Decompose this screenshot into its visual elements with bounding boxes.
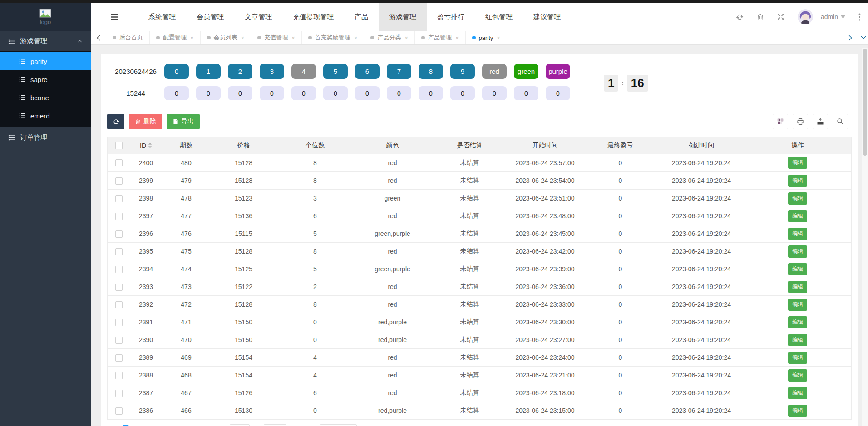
main-menu-item[interactable]: 游戏管理 bbox=[379, 3, 427, 31]
main-menu-item[interactable]: 红包管理 bbox=[475, 3, 523, 31]
column-header[interactable]: 是否结算 bbox=[432, 137, 508, 154]
count-button[interactable]: 0 bbox=[196, 86, 221, 100]
tab-close-icon[interactable]: × bbox=[190, 34, 194, 41]
number-button[interactable]: purple bbox=[546, 64, 570, 79]
row-checkbox[interactable] bbox=[115, 301, 123, 308]
sort-icon[interactable] bbox=[148, 142, 152, 148]
avatar[interactable] bbox=[798, 9, 813, 24]
number-button[interactable]: 3 bbox=[260, 64, 284, 79]
row-checkbox[interactable] bbox=[115, 390, 123, 397]
number-button[interactable]: 8 bbox=[419, 64, 443, 79]
tab[interactable]: parity × bbox=[466, 31, 507, 44]
tab[interactable]: 配置管理 × bbox=[150, 31, 201, 44]
edit-button[interactable]: 编辑 bbox=[788, 405, 807, 417]
count-button[interactable]: 0 bbox=[450, 86, 475, 100]
number-button[interactable]: green bbox=[514, 64, 538, 79]
tab[interactable]: 会员列表 × bbox=[201, 31, 252, 44]
column-header[interactable]: 颜色 bbox=[354, 137, 432, 154]
column-header[interactable]: 创建时间 bbox=[659, 137, 745, 154]
column-header[interactable]: 个位数 bbox=[277, 137, 354, 154]
row-checkbox[interactable] bbox=[115, 159, 123, 166]
columns-filter-button[interactable] bbox=[773, 114, 788, 129]
main-menu-item[interactable]: 产品 bbox=[344, 3, 379, 31]
edit-button[interactable]: 编辑 bbox=[788, 387, 807, 399]
column-header[interactable]: 开始时间 bbox=[508, 137, 582, 154]
row-checkbox[interactable] bbox=[115, 248, 123, 255]
select-all-checkbox[interactable] bbox=[115, 142, 123, 149]
tab[interactable]: 后台首页 bbox=[106, 31, 150, 44]
row-checkbox[interactable] bbox=[115, 177, 123, 185]
row-checkbox[interactable] bbox=[115, 195, 123, 202]
count-button[interactable]: 0 bbox=[291, 86, 316, 100]
row-checkbox[interactable] bbox=[115, 337, 123, 344]
main-menu-item[interactable]: 建议管理 bbox=[523, 3, 571, 31]
column-header[interactable]: 操作 bbox=[745, 137, 852, 154]
number-button[interactable]: 6 bbox=[355, 64, 380, 79]
refresh-icon[interactable] bbox=[736, 13, 744, 21]
edit-button[interactable]: 编辑 bbox=[788, 352, 807, 364]
sidebar-submenu-item[interactable]: sapre bbox=[0, 70, 91, 88]
number-button[interactable]: red bbox=[482, 64, 507, 79]
search-icon[interactable] bbox=[833, 114, 848, 129]
count-button[interactable]: 0 bbox=[164, 86, 189, 100]
count-button[interactable]: 0 bbox=[260, 86, 284, 100]
row-checkbox[interactable] bbox=[115, 284, 123, 291]
scrollbar-thumb[interactable] bbox=[863, 49, 867, 156]
number-button[interactable]: 2 bbox=[228, 64, 252, 79]
edit-button[interactable]: 编辑 bbox=[788, 316, 807, 328]
column-header[interactable]: 最终盈亏 bbox=[582, 137, 659, 154]
number-button[interactable]: 1 bbox=[196, 64, 221, 79]
refresh-button[interactable] bbox=[107, 114, 124, 129]
main-menu-item[interactable]: 盈亏排行 bbox=[427, 3, 475, 31]
menu-collapse-icon[interactable] bbox=[110, 3, 119, 31]
edit-button[interactable]: 编辑 bbox=[788, 245, 807, 258]
per-page-select[interactable]: 15 条/页 bbox=[320, 424, 357, 426]
goto-confirm-button[interactable]: 确定 bbox=[264, 424, 286, 426]
count-button[interactable]: 0 bbox=[323, 86, 348, 100]
edit-button[interactable]: 编辑 bbox=[788, 334, 807, 346]
row-checkbox[interactable] bbox=[115, 230, 123, 238]
sidebar-section-order[interactable]: 订单管理 bbox=[0, 127, 91, 148]
main-menu-item[interactable]: 文章管理 bbox=[234, 3, 282, 31]
sidebar-submenu-item[interactable]: bcone bbox=[0, 88, 91, 107]
vertical-scrollbar[interactable] bbox=[862, 48, 868, 426]
number-button[interactable]: 4 bbox=[291, 64, 316, 79]
tabs-scroll-left-button[interactable] bbox=[91, 31, 106, 44]
tab-close-icon[interactable]: × bbox=[455, 34, 459, 41]
edit-button[interactable]: 编辑 bbox=[788, 369, 807, 382]
sidebar-submenu-item[interactable]: emerd bbox=[0, 107, 91, 125]
row-checkbox[interactable] bbox=[115, 354, 123, 362]
number-button[interactable]: 0 bbox=[164, 64, 189, 79]
delete-button[interactable]: 删除 bbox=[129, 114, 162, 129]
tab-close-icon[interactable]: × bbox=[354, 34, 358, 41]
main-menu-item[interactable]: 系统管理 bbox=[138, 3, 186, 31]
goto-page-input[interactable] bbox=[230, 424, 250, 426]
edit-button[interactable]: 编辑 bbox=[788, 281, 807, 293]
edit-button[interactable]: 编辑 bbox=[788, 210, 807, 222]
edit-button[interactable]: 编辑 bbox=[788, 157, 807, 169]
main-menu-item[interactable]: 会员管理 bbox=[186, 3, 234, 31]
tab[interactable]: 首充奖励管理 × bbox=[302, 31, 365, 44]
count-button[interactable]: 0 bbox=[355, 86, 380, 100]
tab[interactable]: 产品管理 × bbox=[415, 31, 466, 44]
column-header[interactable]: 期数 bbox=[162, 137, 211, 154]
count-button[interactable]: 0 bbox=[228, 86, 252, 100]
tab-close-icon[interactable]: × bbox=[291, 34, 295, 41]
export-data-icon[interactable] bbox=[813, 114, 828, 129]
count-button[interactable]: 0 bbox=[482, 86, 507, 100]
edit-button[interactable]: 编辑 bbox=[788, 299, 807, 311]
tabs-scroll-right-button[interactable] bbox=[843, 31, 858, 44]
fullscreen-icon[interactable] bbox=[777, 13, 784, 20]
edit-button[interactable]: 编辑 bbox=[788, 192, 807, 205]
row-checkbox[interactable] bbox=[115, 372, 123, 379]
sidebar-submenu-item[interactable]: parity bbox=[0, 52, 91, 70]
tab[interactable]: 产品分类 × bbox=[364, 31, 415, 44]
sidebar-section-game[interactable]: 游戏管理 bbox=[0, 31, 91, 51]
export-button[interactable]: 导出 bbox=[167, 114, 200, 129]
edit-button[interactable]: 编辑 bbox=[788, 175, 807, 187]
row-checkbox[interactable] bbox=[115, 213, 123, 220]
number-button[interactable]: 5 bbox=[323, 64, 348, 79]
edit-button[interactable]: 编辑 bbox=[788, 263, 807, 275]
count-button[interactable]: 0 bbox=[387, 86, 411, 100]
count-button[interactable]: 0 bbox=[546, 86, 570, 100]
